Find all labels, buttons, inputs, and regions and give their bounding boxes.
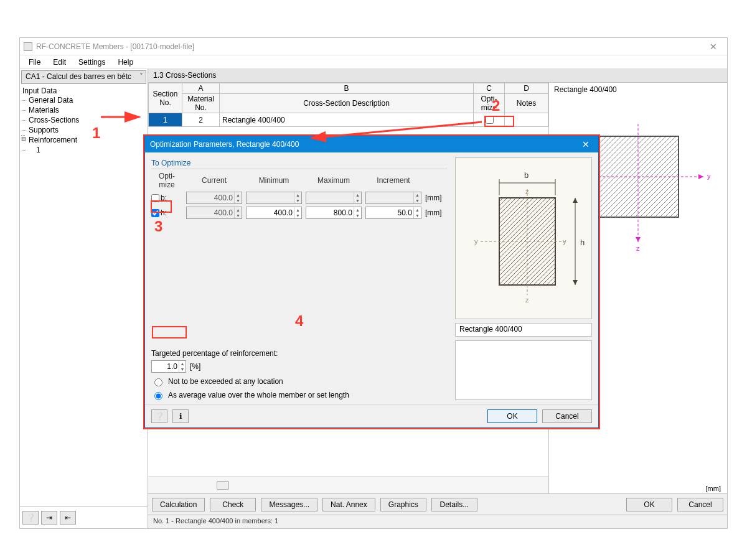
calculation-button[interactable]: Calculation	[152, 498, 205, 511]
hdr-increment: Increment	[365, 176, 421, 185]
dialog-info-box	[455, 340, 592, 400]
titlebar: RF-CONCRETE Members - [001710-model-file…	[20, 38, 727, 55]
svg-text:z: z	[525, 296, 529, 304]
optimize-b-checkbox[interactable]	[151, 194, 159, 202]
menubar: File Edit Settings Help	[20, 55, 727, 69]
cancel-button[interactable]: Cancel	[677, 498, 723, 511]
dialog-titlebar: Optimization Parameters, Rectangle 400/4…	[145, 136, 598, 152]
nat-annex-button[interactable]: Nat. Annex	[322, 498, 375, 511]
col-notes: Notes	[505, 94, 548, 113]
cross-section-table[interactable]: Section No. A B C D Material No. Cross-S…	[148, 83, 548, 127]
tree-reinforcement[interactable]: Reinforcement	[22, 135, 145, 145]
svg-text:b: b	[524, 170, 529, 180]
radio-not-exceeded-label: Not to be exceeded at any location	[168, 377, 283, 386]
radio-average-label: As average value over the whole member o…	[168, 391, 349, 399]
preview-title: Rectangle 400/400	[549, 83, 727, 94]
dialog-preview: b h y y z z	[455, 157, 592, 319]
optimization-dialog: Optimization Parameters, Rectangle 400/4…	[144, 136, 599, 428]
col-B: B	[220, 83, 474, 94]
b-min: ▲▼	[246, 192, 302, 204]
tree-reinf-1[interactable]: 1	[22, 145, 145, 155]
graphics-button[interactable]: Graphics	[380, 498, 426, 511]
hdr-maximum: Maximum	[306, 176, 362, 185]
cell-notes[interactable]	[505, 113, 548, 127]
h-min[interactable]: ▲▼	[246, 207, 302, 219]
menu-file[interactable]: File	[24, 57, 45, 68]
unit-b: [mm]	[425, 194, 448, 202]
sidebar: CA1 - Calcul des barres en bétc Input Da…	[20, 69, 148, 528]
cell-material-no[interactable]: 2	[182, 113, 220, 127]
tree-materials[interactable]: Materials	[22, 105, 145, 115]
status-bar: No. 1 - Rectangle 400/400 in members: 1	[148, 515, 727, 528]
help-icon[interactable]: ❔	[22, 511, 39, 525]
hdr-minimum: Minimum	[246, 176, 302, 185]
cell-desc[interactable]: Rectangle 400/400	[220, 113, 474, 127]
menu-edit[interactable]: Edit	[48, 57, 71, 68]
unit-h: [mm]	[425, 208, 448, 217]
dialog-info-icon[interactable]: ℹ	[172, 409, 189, 423]
h-inc[interactable]: ▲▼	[365, 207, 421, 219]
case-combo[interactable]: CA1 - Calcul des barres en bétc	[21, 70, 146, 84]
svg-text:y: y	[563, 238, 566, 245]
label-b: b:	[161, 194, 167, 202]
preview-unit: [mm]	[549, 483, 727, 493]
main-header: 1.3 Cross-Sections	[148, 69, 727, 83]
reinf-label: Targeted percentage of reinforcement:	[151, 349, 448, 358]
dialog-section-name: Rectangle 400/400	[455, 323, 592, 337]
h-max[interactable]: ▲▼	[306, 207, 362, 219]
col-A: A	[182, 83, 220, 94]
dialog-title: Optimization Parameters, Rectangle 400/4…	[150, 140, 299, 149]
nav-tree: Input Data General Data Materials Cross-…	[20, 85, 148, 506]
reinf-unit: [%]	[190, 362, 200, 371]
hdr-optimize: Opti- mize	[151, 172, 182, 189]
h-current: ▲▼	[186, 207, 242, 219]
cell-optimize[interactable]	[474, 113, 505, 127]
details-button[interactable]: Details...	[431, 498, 477, 511]
radio-not-exceeded[interactable]	[154, 378, 162, 386]
export-icon[interactable]: ⇥	[41, 511, 57, 525]
table-row[interactable]: 1 2 Rectangle 400/400	[149, 113, 548, 127]
messages-button[interactable]: Messages...	[261, 498, 317, 511]
optimize-b-row: b:	[151, 194, 182, 202]
optimize-h-row: h:	[151, 208, 182, 217]
b-max: ▲▼	[306, 192, 362, 204]
optimize-h-checkbox[interactable]	[151, 209, 159, 217]
svg-text:z: z	[525, 188, 529, 195]
tree-general-data[interactable]: General Data	[22, 95, 145, 105]
library-icon[interactable]	[217, 481, 229, 490]
radio-average[interactable]	[154, 392, 162, 400]
col-C: C	[474, 83, 505, 94]
svg-text:y: y	[474, 238, 478, 245]
dialog-cancel-button[interactable]: Cancel	[542, 409, 592, 423]
ok-button[interactable]: OK	[626, 498, 672, 511]
svg-marker-11	[573, 198, 578, 203]
col-optimize: Opti- mize	[474, 94, 505, 113]
window-title: RF-CONCRETE Members - [001710-model-file…	[36, 42, 703, 51]
b-inc: ▲▼	[365, 192, 421, 204]
dialog-ok-button[interactable]: OK	[487, 409, 537, 423]
window-close-icon[interactable]: ✕	[703, 42, 723, 52]
menu-help[interactable]: Help	[113, 57, 138, 68]
menu-settings[interactable]: Settings	[73, 57, 110, 68]
tree-cross-sections[interactable]: Cross-Sections	[22, 115, 145, 125]
svg-marker-4	[636, 237, 641, 242]
app-icon	[24, 42, 32, 51]
tree-supports[interactable]: Supports	[22, 125, 145, 135]
dialog-help-icon[interactable]: ❔	[151, 409, 167, 423]
group-to-optimize: To Optimize	[151, 157, 448, 169]
dialog-footer: ❔ ℹ OK Cancel	[145, 404, 598, 427]
cell-section-no[interactable]: 1	[149, 113, 182, 127]
b-current: ▲▼	[186, 192, 242, 204]
import-icon[interactable]: ⇤	[60, 511, 76, 525]
hdr-current: Current	[186, 176, 242, 185]
col-section-no: Section No.	[149, 83, 182, 113]
tree-root: Input Data	[22, 86, 145, 95]
reinf-value[interactable]: ▲▼	[151, 360, 186, 373]
svg-text:h: h	[580, 238, 585, 247]
svg-marker-3	[698, 174, 703, 179]
axis-z-label: z	[636, 245, 640, 252]
col-D: D	[505, 83, 548, 94]
dialog-close-icon[interactable]: ✕	[578, 139, 593, 149]
check-button[interactable]: Check	[210, 498, 256, 511]
optimize-checkbox[interactable]	[486, 116, 494, 124]
